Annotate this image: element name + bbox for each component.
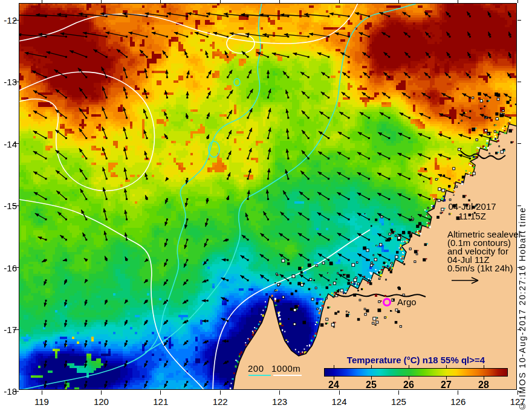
- x-axis-top-tick: [339, 0, 340, 3]
- x-axis-tick: [101, 390, 102, 395]
- x-axis-label: 119: [30, 396, 54, 407]
- x-axis-top-tick: [517, 0, 518, 3]
- x-axis-tick: [160, 390, 161, 395]
- colorbar-tick-label: 25: [362, 380, 380, 390]
- x-axis-top-tick: [398, 0, 399, 3]
- colorbar-tick: [371, 365, 372, 368]
- y-axis-label: -15: [0, 201, 17, 211]
- x-axis-label: 123: [268, 396, 292, 407]
- colorbar-tick: [334, 365, 334, 368]
- y-axis-label: -18: [0, 386, 17, 396]
- sst-velocity-map-canvas: [19, 3, 517, 390]
- colorbar-tick: [484, 365, 484, 368]
- x-axis-top-tick: [279, 0, 280, 3]
- x-axis-label: 124: [327, 396, 351, 407]
- x-axis-top-tick: [220, 0, 221, 3]
- x-axis-tick: [220, 390, 221, 395]
- date-label: 04-Jul-2017: [445, 202, 499, 211]
- x-axis-tick: [42, 390, 42, 395]
- x-axis-tick: [398, 390, 399, 395]
- x-axis-tick: [458, 390, 458, 395]
- x-axis-label: 126: [446, 396, 470, 407]
- argo-label: Argo: [397, 297, 417, 306]
- y-axis-label: -14: [0, 139, 17, 149]
- x-axis-top-tick: [42, 0, 42, 3]
- sst-velocity-figure: 119120121122123124125126127-12-13-14-15-…: [0, 0, 532, 411]
- x-axis-top-tick: [101, 0, 102, 3]
- y-axis-label: -16: [0, 263, 17, 273]
- x-axis-top-tick: [458, 0, 458, 3]
- x-axis-tick: [339, 390, 340, 395]
- y-axis-label: -13: [0, 77, 17, 87]
- x-axis-tick: [279, 390, 280, 395]
- colorbar-tick-label: 28: [475, 380, 493, 390]
- isobath-1000-line-icon: [273, 375, 302, 376]
- x-axis-label: 125: [386, 396, 410, 407]
- colorbar-tick: [409, 365, 409, 368]
- copyright-text: © IMOS 10-Aug-2017 20:27:16 Hobart time: [517, 100, 530, 411]
- colorbar-tick-label: 27: [437, 380, 455, 390]
- y-axis-label: -17: [0, 325, 17, 335]
- x-axis-label: 120: [89, 396, 113, 407]
- isobath-1000-label: 1000m: [271, 364, 300, 373]
- argo-float-marker-icon: [383, 298, 391, 306]
- time-label: 11:15Z: [445, 212, 499, 221]
- velocity-scale-arrow-icon: [450, 276, 481, 285]
- legend-line: 0.5m/s (1kt 24h): [447, 264, 513, 273]
- y-axis-right-tick: [517, 20, 521, 21]
- x-axis-top-tick: [160, 0, 161, 3]
- isobath-200-line-icon: [248, 375, 271, 376]
- colorbar-tick-label: 26: [400, 380, 418, 390]
- y-axis-label: -12: [0, 15, 17, 25]
- y-axis-right-tick: [517, 82, 521, 82]
- colorbar: [324, 368, 508, 377]
- colorbar-tick: [446, 365, 447, 368]
- colorbar-tick-label: 24: [325, 380, 343, 390]
- isobath-200-label: 200: [248, 364, 264, 373]
- x-axis-label: 122: [208, 396, 232, 407]
- x-axis-label: 121: [149, 396, 173, 407]
- colorbar-title: Temperature (°C) n18 55% ql>=4: [319, 355, 513, 365]
